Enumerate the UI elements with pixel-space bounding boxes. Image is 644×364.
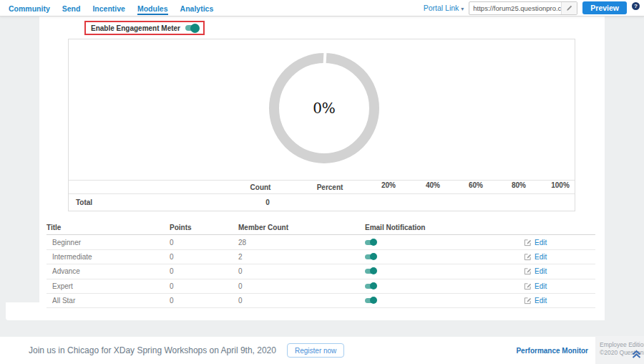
event-banner-text: Join us in Chicago for XDay Spring Works…: [29, 345, 276, 355]
chevron-double-up-icon: [631, 350, 642, 359]
edition-label: Employee Edition: [600, 341, 644, 349]
help-icon[interactable]: ?: [632, 2, 640, 10]
member-count-cell: 0: [238, 267, 365, 275]
member-count-cell: 0: [238, 282, 365, 290]
preview-button[interactable]: Preview: [582, 1, 627, 14]
edit-label: Edit: [535, 253, 547, 261]
column-header-percent: Percent: [308, 183, 351, 191]
scale-label-60: 60%: [460, 181, 492, 189]
table-row-all-star: All Star 0 0 Edit: [47, 294, 595, 308]
toggle-knob: [370, 282, 377, 289]
toggle-knob: [370, 253, 377, 260]
edit-icon: [524, 253, 532, 261]
performance-monitor-link[interactable]: Performance Monitor: [516, 347, 588, 355]
points-cell: 0: [170, 253, 238, 261]
scale-label-100: 100%: [545, 181, 576, 189]
annotation-highlight-box: Enable Engagement Meter: [84, 21, 205, 35]
points-cell: 0: [170, 239, 238, 246]
scale-label-80: 80%: [503, 181, 535, 189]
table-row-beginner: Beginner 0 28 Edit: [47, 235, 595, 249]
screen: Community Send Incentive Modules Analyti…: [0, 0, 644, 364]
title-cell: Beginner: [47, 239, 170, 246]
column-header-title: Title: [47, 224, 170, 231]
points-cell: 0: [170, 267, 238, 275]
edit-button[interactable]: Edit: [524, 297, 595, 305]
edit-icon: [524, 297, 532, 305]
nav-item-send[interactable]: Send: [62, 1, 81, 15]
nav-item-community[interactable]: Community: [9, 1, 50, 15]
column-header-count: Count: [239, 183, 282, 191]
edit-button[interactable]: Edit: [524, 267, 595, 275]
nav-menu: Community Send Incentive Modules Analyti…: [0, 1, 213, 15]
register-now-button[interactable]: Register now: [287, 343, 344, 358]
total-row-count: 0: [246, 198, 289, 206]
edit-button[interactable]: Edit: [524, 282, 595, 290]
portal-url-input[interactable]: https://forum25.questionpro.com: [469, 4, 561, 12]
edit-icon: [524, 239, 532, 246]
title-cell: Expert: [47, 282, 170, 290]
table-row-intermediate: Intermediate 0 2 Edit: [47, 250, 595, 264]
scale-label-40: 40%: [417, 181, 449, 189]
left-gutter: [0, 16, 39, 302]
table-row-expert: Expert 0 0 Edit: [47, 279, 595, 294]
edit-label: Edit: [535, 282, 547, 290]
levels-table: Title Points Member Count Email Notifica…: [47, 221, 595, 308]
edit-url-button[interactable]: [561, 2, 577, 14]
toggle-knob: [370, 297, 377, 304]
column-header-points: Points: [170, 224, 238, 231]
toggle-knob: [370, 239, 377, 246]
title-cell: Intermediate: [47, 253, 170, 261]
edit-button[interactable]: Edit: [524, 253, 595, 261]
email-notification-toggle[interactable]: [365, 269, 376, 274]
nav-item-modules[interactable]: Modules: [137, 1, 168, 15]
engagement-meter-panel: 0% Count Percent 20% 40% 60% 80% 100% To…: [68, 39, 575, 211]
member-count-cell: 2: [238, 253, 365, 261]
donut-center-value: 0%: [269, 53, 379, 163]
email-notification-toggle[interactable]: [365, 284, 376, 289]
edit-icon: [524, 282, 532, 290]
email-notification-toggle[interactable]: [365, 254, 376, 259]
email-notification-toggle[interactable]: [365, 298, 376, 303]
toggle-knob: [370, 267, 377, 274]
toggle-knob: [190, 24, 200, 33]
portal-link-dropdown[interactable]: Portal Link ▾: [424, 4, 464, 12]
title-cell: All Star: [47, 297, 170, 305]
member-count-cell: 0: [238, 297, 365, 305]
edit-button[interactable]: Edit: [524, 239, 595, 246]
points-cell: 0: [170, 282, 238, 290]
right-gutter: [605, 16, 644, 320]
email-notification-toggle[interactable]: [365, 240, 376, 245]
nav-item-analytics[interactable]: Analytics: [180, 1, 214, 15]
column-header-member-count: Member Count: [238, 224, 365, 231]
column-header-email-notification: Email Notification: [365, 224, 524, 231]
summary-header-row: Count Percent 20% 40% 60% 80% 100%: [69, 180, 575, 194]
scroll-top-button[interactable]: [631, 350, 642, 359]
member-count-cell: 28: [238, 239, 365, 246]
scale-label-20: 20%: [373, 181, 404, 189]
footer-bar: Join us in Chicago for XDay Spring Works…: [0, 337, 644, 364]
edit-label: Edit: [535, 239, 547, 246]
nav-right-controls: Portal Link ▾ https://forum25.questionpr…: [424, 1, 644, 15]
levels-header-row: Title Points Member Count Email Notifica…: [47, 221, 595, 235]
title-cell: Advance: [47, 267, 170, 275]
table-row-advance: Advance 0 0 Edit: [47, 264, 595, 279]
edit-label: Edit: [535, 297, 547, 305]
enable-engagement-meter-label: Enable Engagement Meter: [91, 24, 180, 32]
points-cell: 0: [170, 297, 238, 305]
enable-engagement-meter-toggle[interactable]: [185, 25, 198, 31]
total-row-label: Total: [76, 198, 92, 206]
caret-down-icon: ▾: [461, 6, 464, 12]
edition-box: Employee Edition ©2020 QuestionPro: [595, 336, 644, 364]
portal-link-label: Portal Link: [424, 4, 459, 12]
top-nav: Community Send Incentive Modules Analyti…: [0, 0, 644, 16]
edit-label: Edit: [535, 267, 547, 275]
portal-url-box: https://forum25.questionpro.com: [469, 1, 577, 15]
nav-item-incentive[interactable]: Incentive: [92, 1, 125, 15]
pencil-icon: [565, 4, 573, 12]
engagement-donut-chart: 0%: [269, 53, 379, 163]
edit-icon: [524, 267, 532, 275]
